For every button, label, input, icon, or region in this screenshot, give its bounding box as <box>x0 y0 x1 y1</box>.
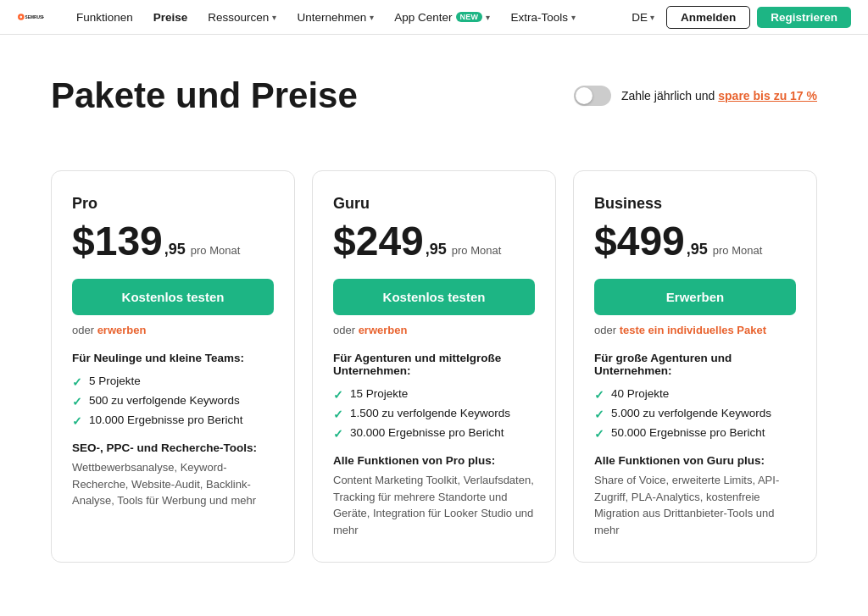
pricing-cards: Pro $139 ,95 pro Monat Kostenlos testen … <box>0 170 868 597</box>
check-icon: ✓ <box>594 388 604 402</box>
alt-action-link[interactable]: teste ein individuelles Paket <box>620 324 766 336</box>
price-period: pro Monat <box>191 244 241 257</box>
billing-toggle-switch[interactable] <box>574 86 611 106</box>
logo[interactable]: SEMRUSH <box>17 3 44 31</box>
language-selector[interactable]: DE ▾ <box>626 8 659 27</box>
billing-label: Zahle jährlich und spare bis zu 17 % <box>621 89 817 103</box>
svg-text:SEMRUSH: SEMRUSH <box>25 15 44 19</box>
nav-unternehmen[interactable]: Unternehmen ▾ <box>288 8 382 27</box>
chevron-down-icon: ▾ <box>370 13 374 22</box>
pricing-card-business: Business $499 ,95 pro Monat Erwerben ode… <box>573 170 817 563</box>
nav-right: DE ▾ Anmelden Registrieren <box>626 6 851 29</box>
hero-top: Pakete und Preise Zahle jährlich und spa… <box>51 75 817 116</box>
tools-label: Alle Funktionen von Guru plus: <box>594 454 796 467</box>
chevron-down-icon: ▾ <box>571 13 576 22</box>
nav-funktionen[interactable]: Funktionen <box>68 8 142 27</box>
tools-label: SEO-, PPC- und Recherche-Tools: <box>72 441 274 454</box>
feature-item: ✓ 10.000 Ergebnisse pro Bericht <box>72 413 274 428</box>
nav-extratools[interactable]: Extra-Tools ▾ <box>502 8 584 27</box>
card-price: $139 ,95 pro Monat <box>72 221 274 262</box>
feature-item: ✓ 1.500 zu verfolgende Keywords <box>333 407 535 421</box>
features-list: ✓ 15 Projekte ✓ 1.500 zu verfolgende Key… <box>333 387 535 441</box>
nav-appcenter[interactable]: App Center new ▾ <box>386 8 498 27</box>
price-amount: $139 <box>72 221 163 262</box>
feature-item: ✓ 15 Projekte <box>333 387 535 402</box>
card-target: Für Neulinge und kleine Teams: <box>72 352 274 364</box>
chevron-down-icon: ▾ <box>650 13 654 22</box>
card-price: $499 ,95 pro Monat <box>594 221 796 262</box>
card-name: Business <box>594 195 796 213</box>
feature-item: ✓ 30.000 Ergebnisse pro Bericht <box>333 426 535 441</box>
nav-ressourcen[interactable]: Ressourcen ▾ <box>199 8 285 27</box>
feature-item: ✓ 50.000 Ergebnisse pro Bericht <box>594 426 796 441</box>
new-badge: new <box>456 12 483 22</box>
feature-item: ✓ 5.000 zu verfolgende Keywords <box>594 407 796 421</box>
check-icon: ✓ <box>333 388 343 402</box>
chevron-down-icon: ▾ <box>486 13 490 22</box>
alt-action-link[interactable]: erwerben <box>97 324 147 336</box>
cta-button[interactable]: Kostenlos testen <box>333 279 535 315</box>
page-title: Pakete und Preise <box>51 75 358 116</box>
tools-text: Share of Voice, erweiterte Limits, API-Z… <box>594 472 796 538</box>
alt-link: oder teste ein individuelles Paket <box>594 324 796 336</box>
check-icon: ✓ <box>333 408 343 421</box>
card-price: $249 ,95 pro Monat <box>333 221 535 262</box>
features-list: ✓ 40 Projekte ✓ 5.000 zu verfolgende Key… <box>594 387 796 441</box>
check-icon: ✓ <box>594 427 604 441</box>
card-name: Pro <box>72 195 274 213</box>
tools-text: Wettbewerbsanalyse, Keyword-Recherche, W… <box>72 459 274 509</box>
card-name: Guru <box>333 195 535 213</box>
card-target: Für große Agenturen und Unternehmen: <box>594 352 796 377</box>
check-icon: ✓ <box>333 427 343 441</box>
check-icon: ✓ <box>72 414 82 428</box>
pricing-card-pro: Pro $139 ,95 pro Monat Kostenlos testen … <box>51 170 295 563</box>
features-list: ✓ 5 Projekte ✓ 500 zu verfolgende Keywor… <box>72 375 274 428</box>
price-period: pro Monat <box>452 244 502 257</box>
nav-preise[interactable]: Preise <box>145 8 197 27</box>
price-cents: ,95 <box>164 241 186 258</box>
card-target: Für Agenturen und mittelgroße Unternehme… <box>333 352 535 377</box>
hero-section: Pakete und Preise Zahle jährlich und spa… <box>0 35 868 170</box>
price-amount: $499 <box>594 221 685 262</box>
register-button[interactable]: Registrieren <box>757 7 851 28</box>
feature-item: ✓ 5 Projekte <box>72 375 274 389</box>
check-icon: ✓ <box>72 375 82 389</box>
alt-link: oder erwerben <box>72 324 274 336</box>
feature-item: ✓ 40 Projekte <box>594 387 796 402</box>
cta-button[interactable]: Kostenlos testen <box>72 279 274 315</box>
tools-label: Alle Funktionen von Pro plus: <box>333 454 535 467</box>
price-cents: ,95 <box>426 241 447 258</box>
alt-action-link[interactable]: erwerben <box>359 324 408 336</box>
price-period: pro Monat <box>713 244 763 257</box>
pricing-card-guru: Guru $249 ,95 pro Monat Kostenlos testen… <box>312 170 556 563</box>
chevron-down-icon: ▾ <box>272 13 276 22</box>
billing-toggle-area: Zahle jährlich und spare bis zu 17 % <box>574 86 817 106</box>
price-amount: $249 <box>333 221 424 262</box>
billing-savings-text: spare bis zu 17 % <box>718 89 817 103</box>
navbar: SEMRUSH Funktionen Preise Ressourcen ▾ U… <box>0 0 868 35</box>
price-cents: ,95 <box>687 241 708 258</box>
check-icon: ✓ <box>594 408 604 421</box>
cta-button[interactable]: Erwerben <box>594 279 796 315</box>
check-icon: ✓ <box>72 395 82 408</box>
tools-text: Content Marketing Toolkit, Verlaufsdaten… <box>333 472 535 538</box>
login-button[interactable]: Anmelden <box>666 6 750 29</box>
nav-links: Funktionen Preise Ressourcen ▾ Unternehm… <box>68 8 626 27</box>
toggle-thumb <box>576 87 593 104</box>
alt-link: oder erwerben <box>333 324 535 336</box>
feature-item: ✓ 500 zu verfolgende Keywords <box>72 394 274 408</box>
